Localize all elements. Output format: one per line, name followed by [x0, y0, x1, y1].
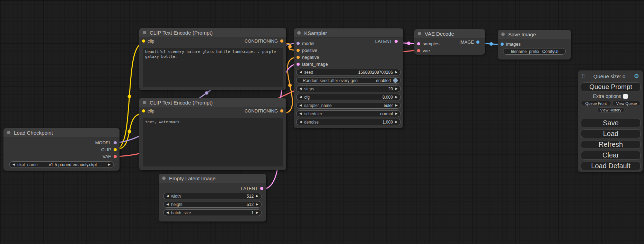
view-history-button[interactable]: View History: [597, 107, 624, 112]
wire-midpoint-dot: [128, 130, 131, 133]
collapse-dot-icon[interactable]: [7, 131, 10, 134]
ckpt-name-widget[interactable]: ◀ ckpt_name v1-5-pruned-emaonly.ckpt ▶: [9, 161, 114, 168]
node-save-image[interactable]: Save Image images filename_prefix ComfyU…: [498, 30, 571, 60]
collapse-dot-icon[interactable]: [418, 32, 421, 35]
negative-input-port[interactable]: [297, 56, 300, 59]
node-title-bar[interactable]: CLIP Text Encode (Prompt): [139, 28, 286, 37]
node-empty-latent-image[interactable]: Empty Latent Image LATENT ◀ width 512 ▶ …: [159, 174, 266, 222]
latent-image-input-port[interactable]: [297, 63, 300, 66]
increment-arrow-icon[interactable]: ▶: [395, 120, 398, 124]
drag-handle-icon[interactable]: ⠿: [582, 74, 585, 79]
height-widget[interactable]: ◀ height 512 ▶: [163, 201, 262, 208]
decrement-arrow-icon[interactable]: ◀: [166, 203, 169, 206]
node-title-bar[interactable]: CLIP Text Encode (Prompt): [139, 98, 286, 107]
samples-input-port[interactable]: [417, 42, 420, 45]
decrement-arrow-icon[interactable]: ◀: [299, 104, 302, 107]
vae-input-port[interactable]: [417, 49, 420, 52]
clip-input-port[interactable]: [142, 39, 145, 43]
model-input-port[interactable]: [297, 42, 300, 45]
node-title-bar[interactable]: Empty Latent Image: [159, 174, 266, 183]
clip-input-port[interactable]: [142, 109, 145, 112]
collapse-dot-icon[interactable]: [143, 31, 146, 34]
width-widget[interactable]: ◀ width 512 ▶: [163, 193, 262, 199]
clip-output-port[interactable]: [114, 148, 117, 151]
wire-midpoint-dot: [489, 42, 493, 46]
wire-midpoint-dot: [128, 95, 131, 98]
decrement-arrow-icon[interactable]: ◀: [299, 71, 302, 74]
load-button[interactable]: Load: [581, 129, 641, 138]
node-clip-text-encode-positive[interactable]: CLIP Text Encode (Prompt) clip CONDITION…: [139, 28, 286, 90]
cfg-label: cfg: [304, 95, 310, 100]
decrement-arrow-icon[interactable]: ◀: [166, 211, 169, 214]
scheduler-widget[interactable]: ◀ scheduler normal ▶: [296, 110, 401, 117]
batch-size-widget[interactable]: ◀ batch_size 1 ▶: [163, 209, 262, 216]
height-value: 512: [247, 202, 254, 207]
decrement-arrow-icon[interactable]: ◀: [12, 163, 15, 166]
wire-midpoint-dot: [407, 42, 411, 45]
latent-output-label: LATENT: [375, 39, 392, 44]
extra-options-checkbox[interactable]: [623, 94, 628, 99]
node-load-checkpoint[interactable]: Load Checkpoint MODEL CLIP VAE ◀ ckpt_na…: [3, 128, 120, 171]
node-title: KSampler: [304, 30, 327, 36]
positive-prompt-textarea[interactable]: beautiful scenery nature glass bottle la…: [143, 48, 283, 87]
conditioning-output-port[interactable]: [280, 109, 283, 112]
negative-prompt-textarea[interactable]: text, watermark: [143, 118, 283, 166]
view-queue-button[interactable]: View Queue: [612, 101, 641, 106]
image-output-port[interactable]: [476, 40, 479, 44]
queue-menu-panel: ⠿ Queue size: 0 ⚙ Queue Prompt Extra opt…: [578, 70, 643, 172]
collapse-dot-icon[interactable]: [297, 31, 301, 35]
node-vae-decode[interactable]: VAE Decode samples vae IMAGE: [414, 29, 485, 55]
node-title-bar[interactable]: VAE Decode: [414, 29, 485, 38]
images-input-port[interactable]: [501, 43, 504, 46]
collapse-dot-icon[interactable]: [162, 177, 166, 180]
save-button[interactable]: Save: [581, 119, 641, 127]
increment-arrow-icon[interactable]: ▶: [395, 104, 398, 107]
steps-widget[interactable]: ◀ steps 20 ▶: [296, 85, 401, 92]
denoise-value: 1.000: [382, 120, 393, 125]
random-seed-toggle-widget[interactable]: Random seed after every gen enabled: [296, 77, 401, 84]
node-clip-text-encode-negative[interactable]: CLIP Text Encode (Prompt) clip CONDITION…: [139, 98, 286, 170]
increment-arrow-icon[interactable]: ▶: [395, 96, 398, 99]
node-title-bar[interactable]: KSampler: [294, 28, 403, 38]
latent-output-port[interactable]: [395, 40, 398, 43]
seed-widget[interactable]: ◀ seed 156680208700286 ▶: [296, 69, 401, 75]
increment-arrow-icon[interactable]: ▶: [108, 163, 111, 166]
queue-front-button[interactable]: Queue Front: [581, 101, 611, 106]
filename-prefix-widget[interactable]: filename_prefix ComfyUI: [503, 48, 566, 55]
decrement-arrow-icon[interactable]: ◀: [299, 87, 302, 90]
gear-icon[interactable]: ⚙: [634, 73, 639, 79]
queue-prompt-button[interactable]: Queue Prompt: [581, 82, 641, 91]
increment-arrow-icon[interactable]: ▶: [256, 211, 258, 214]
cfg-widget[interactable]: ◀ cfg 8.000 ▶: [296, 94, 401, 100]
increment-arrow-icon[interactable]: ▶: [395, 71, 398, 74]
conditioning-output-label: CONDITIONING: [245, 38, 278, 44]
increment-arrow-icon[interactable]: ▶: [395, 87, 398, 90]
collapse-dot-icon[interactable]: [143, 101, 146, 104]
positive-input-port[interactable]: [297, 49, 300, 52]
increment-arrow-icon[interactable]: ▶: [256, 203, 258, 206]
denoise-widget[interactable]: ◀ denoise 1.000 ▶: [296, 119, 401, 125]
cfg-value: 8.000: [382, 95, 393, 100]
decrement-arrow-icon[interactable]: ◀: [166, 195, 169, 198]
vae-output-port[interactable]: [114, 155, 117, 158]
decrement-arrow-icon[interactable]: ◀: [299, 120, 302, 124]
increment-arrow-icon[interactable]: ▶: [256, 195, 258, 198]
batch-size-value: 1: [251, 210, 254, 215]
latent-output-port[interactable]: [260, 187, 263, 190]
decrement-arrow-icon[interactable]: ◀: [299, 112, 302, 115]
sampler-name-widget[interactable]: ◀ sampler_name euler ▶: [296, 102, 401, 109]
wire-midpoint-dot: [288, 45, 292, 48]
load-default-button[interactable]: Load Default: [581, 162, 641, 170]
decrement-arrow-icon[interactable]: ◀: [299, 96, 302, 99]
model-output-port[interactable]: [114, 141, 117, 144]
refresh-button[interactable]: Refresh: [581, 140, 641, 149]
toggle-on-icon[interactable]: [393, 78, 398, 83]
conditioning-output-port[interactable]: [280, 39, 283, 43]
increment-arrow-icon[interactable]: ▶: [395, 112, 398, 115]
random-seed-value: enabled: [376, 78, 391, 83]
node-title-bar[interactable]: Save Image: [498, 30, 571, 39]
node-ksampler[interactable]: KSampler model positive negative latent_…: [294, 28, 403, 128]
collapse-dot-icon[interactable]: [501, 33, 505, 36]
node-title-bar[interactable]: Load Checkpoint: [3, 128, 120, 137]
clear-button[interactable]: Clear: [581, 151, 641, 160]
